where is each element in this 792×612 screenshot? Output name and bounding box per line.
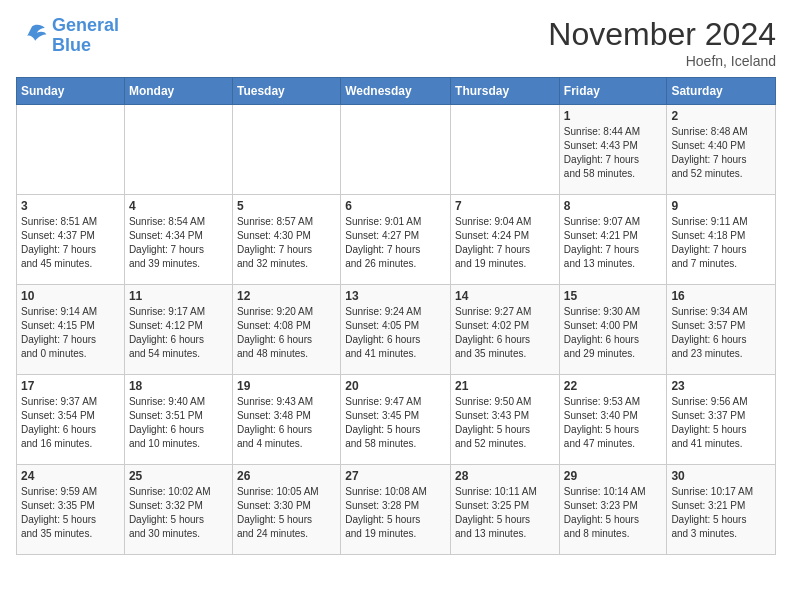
- day-number: 29: [564, 469, 663, 483]
- logo-line1: General: [52, 15, 119, 35]
- week-row-1: 3Sunrise: 8:51 AM Sunset: 4:37 PM Daylig…: [17, 195, 776, 285]
- logo-line2: Blue: [52, 35, 91, 55]
- day-info: Sunrise: 9:20 AM Sunset: 4:08 PM Dayligh…: [237, 305, 336, 361]
- logo-icon: [16, 20, 48, 52]
- day-number: 21: [455, 379, 555, 393]
- weekday-header-monday: Monday: [124, 78, 232, 105]
- day-info: Sunrise: 9:04 AM Sunset: 4:24 PM Dayligh…: [455, 215, 555, 271]
- day-info: Sunrise: 8:44 AM Sunset: 4:43 PM Dayligh…: [564, 125, 663, 181]
- calendar-cell: 21Sunrise: 9:50 AM Sunset: 3:43 PM Dayli…: [451, 375, 560, 465]
- calendar-cell: 6Sunrise: 9:01 AM Sunset: 4:27 PM Daylig…: [341, 195, 451, 285]
- day-info: Sunrise: 9:59 AM Sunset: 3:35 PM Dayligh…: [21, 485, 120, 541]
- week-row-4: 24Sunrise: 9:59 AM Sunset: 3:35 PM Dayli…: [17, 465, 776, 555]
- weekday-header-row: SundayMondayTuesdayWednesdayThursdayFrid…: [17, 78, 776, 105]
- day-number: 28: [455, 469, 555, 483]
- calendar-cell: 26Sunrise: 10:05 AM Sunset: 3:30 PM Dayl…: [232, 465, 340, 555]
- day-number: 11: [129, 289, 228, 303]
- calendar-cell: 11Sunrise: 9:17 AM Sunset: 4:12 PM Dayli…: [124, 285, 232, 375]
- calendar-cell: 22Sunrise: 9:53 AM Sunset: 3:40 PM Dayli…: [559, 375, 667, 465]
- day-info: Sunrise: 9:50 AM Sunset: 3:43 PM Dayligh…: [455, 395, 555, 451]
- day-number: 5: [237, 199, 336, 213]
- calendar-cell: 24Sunrise: 9:59 AM Sunset: 3:35 PM Dayli…: [17, 465, 125, 555]
- location: Hoefn, Iceland: [548, 53, 776, 69]
- day-info: Sunrise: 9:37 AM Sunset: 3:54 PM Dayligh…: [21, 395, 120, 451]
- calendar-cell: 28Sunrise: 10:11 AM Sunset: 3:25 PM Dayl…: [451, 465, 560, 555]
- day-number: 23: [671, 379, 771, 393]
- weekday-header-saturday: Saturday: [667, 78, 776, 105]
- weekday-header-thursday: Thursday: [451, 78, 560, 105]
- day-info: Sunrise: 9:24 AM Sunset: 4:05 PM Dayligh…: [345, 305, 446, 361]
- calendar-table: SundayMondayTuesdayWednesdayThursdayFrid…: [16, 77, 776, 555]
- weekday-header-tuesday: Tuesday: [232, 78, 340, 105]
- day-info: Sunrise: 10:14 AM Sunset: 3:23 PM Daylig…: [564, 485, 663, 541]
- calendar-cell: 25Sunrise: 10:02 AM Sunset: 3:32 PM Dayl…: [124, 465, 232, 555]
- day-number: 19: [237, 379, 336, 393]
- header: General Blue November 2024 Hoefn, Icelan…: [16, 16, 776, 69]
- weekday-header-sunday: Sunday: [17, 78, 125, 105]
- calendar-cell: 10Sunrise: 9:14 AM Sunset: 4:15 PM Dayli…: [17, 285, 125, 375]
- day-info: Sunrise: 10:11 AM Sunset: 3:25 PM Daylig…: [455, 485, 555, 541]
- calendar-cell: 1Sunrise: 8:44 AM Sunset: 4:43 PM Daylig…: [559, 105, 667, 195]
- calendar-cell: [341, 105, 451, 195]
- day-number: 1: [564, 109, 663, 123]
- calendar-cell: 2Sunrise: 8:48 AM Sunset: 4:40 PM Daylig…: [667, 105, 776, 195]
- day-info: Sunrise: 9:40 AM Sunset: 3:51 PM Dayligh…: [129, 395, 228, 451]
- day-number: 14: [455, 289, 555, 303]
- calendar-cell: 8Sunrise: 9:07 AM Sunset: 4:21 PM Daylig…: [559, 195, 667, 285]
- calendar-cell: 23Sunrise: 9:56 AM Sunset: 3:37 PM Dayli…: [667, 375, 776, 465]
- calendar-cell: 13Sunrise: 9:24 AM Sunset: 4:05 PM Dayli…: [341, 285, 451, 375]
- day-number: 30: [671, 469, 771, 483]
- calendar-cell: 4Sunrise: 8:54 AM Sunset: 4:34 PM Daylig…: [124, 195, 232, 285]
- day-number: 7: [455, 199, 555, 213]
- calendar-cell: 3Sunrise: 8:51 AM Sunset: 4:37 PM Daylig…: [17, 195, 125, 285]
- day-number: 24: [21, 469, 120, 483]
- day-info: Sunrise: 8:57 AM Sunset: 4:30 PM Dayligh…: [237, 215, 336, 271]
- week-row-2: 10Sunrise: 9:14 AM Sunset: 4:15 PM Dayli…: [17, 285, 776, 375]
- weekday-header-wednesday: Wednesday: [341, 78, 451, 105]
- week-row-3: 17Sunrise: 9:37 AM Sunset: 3:54 PM Dayli…: [17, 375, 776, 465]
- day-number: 8: [564, 199, 663, 213]
- day-info: Sunrise: 9:30 AM Sunset: 4:00 PM Dayligh…: [564, 305, 663, 361]
- day-info: Sunrise: 8:54 AM Sunset: 4:34 PM Dayligh…: [129, 215, 228, 271]
- calendar-cell: 29Sunrise: 10:14 AM Sunset: 3:23 PM Dayl…: [559, 465, 667, 555]
- day-number: 22: [564, 379, 663, 393]
- day-number: 17: [21, 379, 120, 393]
- day-info: Sunrise: 10:05 AM Sunset: 3:30 PM Daylig…: [237, 485, 336, 541]
- day-number: 15: [564, 289, 663, 303]
- logo-text: General Blue: [52, 16, 119, 56]
- week-row-0: 1Sunrise: 8:44 AM Sunset: 4:43 PM Daylig…: [17, 105, 776, 195]
- day-number: 4: [129, 199, 228, 213]
- calendar-cell: 19Sunrise: 9:43 AM Sunset: 3:48 PM Dayli…: [232, 375, 340, 465]
- day-number: 16: [671, 289, 771, 303]
- day-info: Sunrise: 9:53 AM Sunset: 3:40 PM Dayligh…: [564, 395, 663, 451]
- calendar-cell: 17Sunrise: 9:37 AM Sunset: 3:54 PM Dayli…: [17, 375, 125, 465]
- calendar-cell: 14Sunrise: 9:27 AM Sunset: 4:02 PM Dayli…: [451, 285, 560, 375]
- day-number: 2: [671, 109, 771, 123]
- day-info: Sunrise: 9:01 AM Sunset: 4:27 PM Dayligh…: [345, 215, 446, 271]
- day-number: 26: [237, 469, 336, 483]
- day-info: Sunrise: 9:34 AM Sunset: 3:57 PM Dayligh…: [671, 305, 771, 361]
- calendar-cell: 7Sunrise: 9:04 AM Sunset: 4:24 PM Daylig…: [451, 195, 560, 285]
- day-info: Sunrise: 9:56 AM Sunset: 3:37 PM Dayligh…: [671, 395, 771, 451]
- calendar-cell: [124, 105, 232, 195]
- day-info: Sunrise: 10:02 AM Sunset: 3:32 PM Daylig…: [129, 485, 228, 541]
- day-info: Sunrise: 9:17 AM Sunset: 4:12 PM Dayligh…: [129, 305, 228, 361]
- logo: General Blue: [16, 16, 119, 56]
- day-info: Sunrise: 9:11 AM Sunset: 4:18 PM Dayligh…: [671, 215, 771, 271]
- day-number: 3: [21, 199, 120, 213]
- day-info: Sunrise: 8:51 AM Sunset: 4:37 PM Dayligh…: [21, 215, 120, 271]
- calendar-cell: 16Sunrise: 9:34 AM Sunset: 3:57 PM Dayli…: [667, 285, 776, 375]
- day-info: Sunrise: 9:14 AM Sunset: 4:15 PM Dayligh…: [21, 305, 120, 361]
- month-title: November 2024: [548, 16, 776, 53]
- day-number: 27: [345, 469, 446, 483]
- day-info: Sunrise: 10:17 AM Sunset: 3:21 PM Daylig…: [671, 485, 771, 541]
- day-info: Sunrise: 8:48 AM Sunset: 4:40 PM Dayligh…: [671, 125, 771, 181]
- day-number: 6: [345, 199, 446, 213]
- day-number: 9: [671, 199, 771, 213]
- day-info: Sunrise: 9:43 AM Sunset: 3:48 PM Dayligh…: [237, 395, 336, 451]
- day-info: Sunrise: 10:08 AM Sunset: 3:28 PM Daylig…: [345, 485, 446, 541]
- calendar-cell: [17, 105, 125, 195]
- day-number: 12: [237, 289, 336, 303]
- title-block: November 2024 Hoefn, Iceland: [548, 16, 776, 69]
- calendar-cell: 12Sunrise: 9:20 AM Sunset: 4:08 PM Dayli…: [232, 285, 340, 375]
